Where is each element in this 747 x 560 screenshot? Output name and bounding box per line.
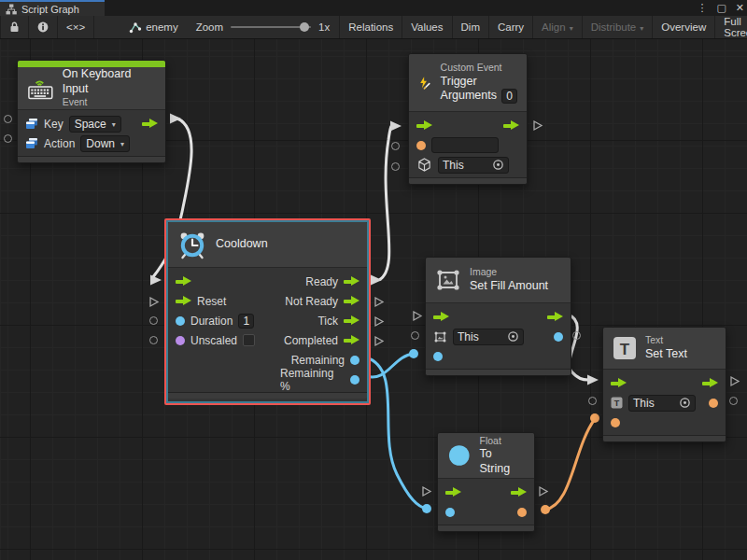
string-value-port[interactable] [416,141,426,150]
key-dropdown[interactable]: Space ▾ [69,116,121,133]
float-value-port[interactable] [350,356,359,365]
port-row-control [603,373,726,393]
port-circle[interactable] [4,134,12,143]
node-header[interactable]: Image Set Fill Amount [426,258,571,303]
unscaled-checkbox[interactable] [243,334,255,346]
arguments-field[interactable]: 0 [501,89,517,104]
carry-button[interactable]: Carry [489,16,533,38]
string-value-port[interactable] [709,399,718,408]
node-on-keyboard-input[interactable]: On Keyboard Input Event Key Space ▾ [17,60,166,163]
control-out-port[interactable] [344,296,359,306]
hierarchy-icon [6,4,17,15]
port-triangle[interactable] [412,309,423,326]
string-value-port[interactable] [517,508,527,517]
target-dropdown[interactable]: This [453,329,524,345]
port-triangle[interactable] [538,484,549,501]
port-row-not-ready: Not Ready [273,291,367,311]
align-button: Align ▾ [533,16,583,38]
control-out-port[interactable] [344,315,359,326]
port-circle[interactable] [149,336,158,344]
overview-button[interactable]: Overview [653,16,715,38]
port-triangle[interactable] [148,295,160,312]
node-cooldown[interactable]: Cooldown Reset [168,222,367,401]
graph-canvas[interactable]: On Keyboard Input Event Key Space ▾ [0,39,747,560]
port-circle[interactable] [4,115,12,123]
text-component-icon: T [613,336,637,360]
duration-value: 1 [244,315,250,328]
relations-label: Relations [348,21,393,33]
values-button[interactable]: Values [402,16,452,38]
control-out-port[interactable] [511,487,527,497]
bool-value-port[interactable] [176,336,185,345]
control-in-port[interactable] [611,378,627,388]
port-row-target: T This [603,393,726,413]
port-triangle[interactable] [374,334,385,351]
script-graph-window: Script Graph ⋮ ▢ ✕ <×> [0,0,747,560]
menu-icon[interactable]: ⋮ [697,2,707,14]
port-circle[interactable] [391,142,400,150]
maximize-icon[interactable]: ▢ [716,2,726,14]
float-value-port[interactable] [554,332,563,342]
port-circle[interactable] [149,316,158,325]
node-trigger-custom-event[interactable]: Custom Event Trigger Arguments 0 [408,53,528,185]
action-dropdown[interactable]: Down ▾ [80,135,130,152]
node-header[interactable]: T Text Set Text [603,328,726,370]
control-in-port[interactable] [445,487,461,497]
node-header[interactable]: Cooldown [168,222,367,268]
fullscreen-button[interactable]: Full Screen [715,16,747,38]
zoom-slider-knob[interactable] [300,22,309,32]
event-name-field[interactable] [431,137,499,153]
node-header[interactable]: Custom Event Trigger Arguments 0 [409,54,527,112]
dim-button[interactable]: Dim [453,16,489,38]
port-circle[interactable] [729,397,738,405]
remaining-pct-label: Remaining % [280,367,345,393]
control-out-port[interactable] [547,312,563,322]
overview-label: Overview [661,21,706,33]
float-value-port[interactable] [433,352,443,361]
zoom-slider[interactable] [231,26,311,28]
tab-script-graph[interactable]: Script Graph [0,0,105,16]
port-circle[interactable] [391,162,400,171]
wire-float-to-settext[interactable] [541,413,599,514]
node-header[interactable]: Float To String [438,433,534,479]
node-header[interactable]: On Keyboard Input Event [18,67,165,110]
ready-label: Ready [305,275,338,288]
relations-button[interactable]: Relations [339,16,402,38]
port-row-duration: Duration 1 [168,311,273,330]
port-row-control [426,307,571,327]
graph-breadcrumb[interactable]: enemy [120,16,187,38]
control-in-port[interactable] [416,120,432,131]
port-circle[interactable] [572,331,581,340]
port-circle[interactable] [588,397,597,405]
port-triangle[interactable] [374,295,385,312]
string-value-port[interactable] [611,418,620,427]
control-out-port[interactable] [503,120,519,131]
lock-button[interactable] [0,16,29,38]
info-button[interactable] [29,16,58,38]
control-out-port[interactable] [344,335,359,345]
node-set-fill-amount[interactable]: Image Set Fill Amount [425,257,571,376]
target-dropdown[interactable]: This [438,157,509,174]
port-triangle[interactable] [374,315,385,331]
node-set-text[interactable]: T Text Set Text T [602,327,726,442]
float-value-port[interactable] [176,316,185,326]
port-triangle[interactable] [532,119,543,135]
control-in-port[interactable] [176,296,191,306]
duration-field[interactable]: 1 [238,314,254,329]
control-out-port[interactable] [702,378,718,388]
close-icon[interactable]: ✕ [736,2,744,14]
float-value-port[interactable] [350,375,359,385]
control-in-port[interactable] [176,276,191,287]
reset-zoom-button[interactable]: <×> [58,16,94,38]
port-triangle[interactable] [729,374,740,391]
key-label: Key [44,118,63,131]
control-out-port[interactable] [142,119,158,129]
float-value-port[interactable] [445,508,455,517]
control-out-port[interactable] [344,276,359,287]
target-dropdown[interactable]: This [628,395,696,412]
port-triangle[interactable] [421,484,432,501]
port-row-control [409,116,527,135]
port-circle[interactable] [411,331,419,340]
control-in-port[interactable] [433,312,449,322]
node-to-string[interactable]: Float To String [437,432,535,532]
